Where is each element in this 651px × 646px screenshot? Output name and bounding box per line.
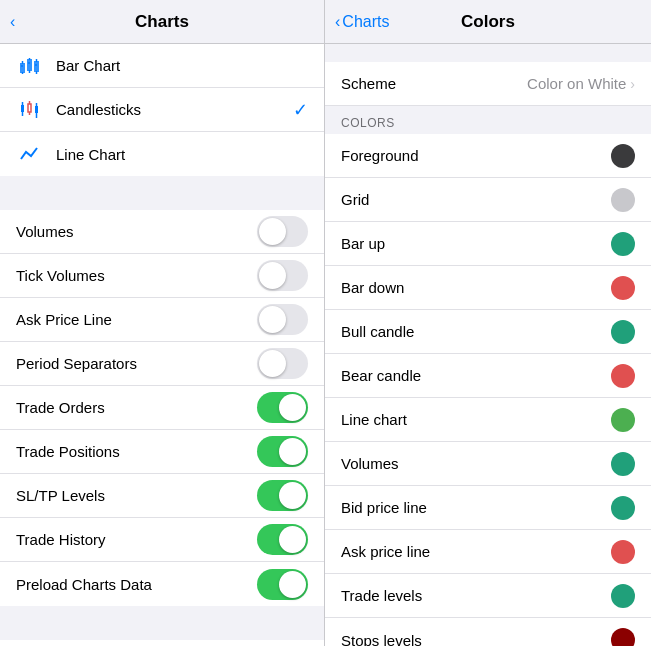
right-panel: ‹ Charts Colors Scheme Color on White › … (325, 0, 651, 646)
scheme-group: Scheme Color on White › (325, 62, 651, 106)
line-chart-dot (611, 408, 635, 432)
tick-volumes-item: Tick Volumes (0, 254, 324, 298)
trade-levels-label: Trade levels (341, 587, 611, 604)
ask-price-line-toggle[interactable] (257, 304, 308, 335)
stops-levels-dot (611, 628, 635, 646)
scheme-row[interactable]: Scheme Color on White › (325, 62, 651, 106)
ohlc-item: OHLC (0, 640, 324, 646)
volumes-toggle[interactable] (257, 216, 308, 247)
svg-rect-19 (35, 106, 38, 113)
candlesticks-item[interactable]: Candlesticks ✓ (0, 88, 324, 132)
trade-history-toggle[interactable] (257, 524, 308, 555)
left-title: Charts (135, 12, 189, 32)
sl-tp-levels-knob (279, 482, 306, 509)
volumes-color-label: Volumes (341, 455, 611, 472)
line-chart-icon (16, 140, 44, 168)
right-title: Colors (461, 12, 515, 32)
line-chart-label: Line Chart (56, 146, 308, 163)
foreground-row[interactable]: Foreground (325, 134, 651, 178)
trade-history-item: Trade History (0, 518, 324, 562)
preload-charts-toggle[interactable] (257, 569, 308, 600)
tick-volumes-toggle[interactable] (257, 260, 308, 291)
chart-types-group: Bar Chart Cand (0, 44, 324, 176)
tick-volumes-knob (259, 262, 286, 289)
trade-history-knob (279, 526, 306, 553)
line-chart-color-label: Line chart (341, 411, 611, 428)
bull-candle-dot (611, 320, 635, 344)
trade-orders-toggle[interactable] (257, 392, 308, 423)
period-separators-toggle[interactable] (257, 348, 308, 379)
ask-price-line-dot (611, 540, 635, 564)
right-separator-top (325, 44, 651, 62)
svg-rect-4 (28, 60, 31, 70)
volumes-row[interactable]: Volumes (325, 442, 651, 486)
preload-charts-item: Preload Charts Data (0, 562, 324, 606)
svg-rect-0 (21, 64, 24, 72)
separator-2 (0, 606, 324, 640)
volumes-label: Volumes (16, 223, 257, 240)
scheme-chevron-icon: › (630, 76, 635, 92)
svg-rect-13 (21, 105, 24, 112)
trade-positions-toggle[interactable] (257, 436, 308, 467)
left-header: ‹ Charts (0, 0, 324, 44)
bar-up-dot (611, 232, 635, 256)
right-back-button[interactable]: ‹ Charts (335, 13, 389, 31)
ask-price-line-row[interactable]: Ask price line (325, 530, 651, 574)
bar-up-row[interactable]: Bar up (325, 222, 651, 266)
period-separators-label: Period Separators (16, 355, 257, 372)
trade-levels-row[interactable]: Trade levels (325, 574, 651, 618)
left-scroll: Bar Chart Cand (0, 44, 324, 646)
trade-history-label: Trade History (16, 531, 257, 548)
preload-charts-knob (279, 571, 306, 598)
bull-candle-label: Bull candle (341, 323, 611, 340)
bear-candle-row[interactable]: Bear candle (325, 354, 651, 398)
bear-candle-dot (611, 364, 635, 388)
candlestick-icon (16, 96, 44, 124)
bar-down-row[interactable]: Bar down (325, 266, 651, 310)
right-back-chevron-icon: ‹ (335, 13, 340, 31)
ask-price-line-label: Ask Price Line (16, 311, 257, 328)
left-back-button[interactable]: ‹ (10, 13, 15, 31)
bear-candle-label: Bear candle (341, 367, 611, 384)
bar-chart-icon (16, 52, 44, 80)
ask-price-line-knob (259, 306, 286, 333)
stops-levels-row[interactable]: Stops levels (325, 618, 651, 646)
period-separators-item: Period Separators (0, 342, 324, 386)
candlesticks-label: Candlesticks (56, 101, 293, 118)
bid-price-line-row[interactable]: Bid price line (325, 486, 651, 530)
grid-row[interactable]: Grid (325, 178, 651, 222)
left-back-chevron: ‹ (10, 13, 15, 31)
trade-positions-item: Trade Positions (0, 430, 324, 474)
foreground-dot (611, 144, 635, 168)
tick-volumes-label: Tick Volumes (16, 267, 257, 284)
line-chart-row[interactable]: Line chart (325, 398, 651, 442)
colors-section-label: COLORS (325, 106, 651, 134)
right-header: ‹ Charts Colors (325, 0, 651, 44)
bar-chart-item[interactable]: Bar Chart (0, 44, 324, 88)
colors-group: Foreground Grid Bar up Bar down Bull can… (325, 134, 651, 646)
scheme-value: Color on White (527, 75, 626, 92)
bar-up-label: Bar up (341, 235, 611, 252)
grid-label: Grid (341, 191, 611, 208)
sl-tp-levels-label: SL/TP Levels (16, 487, 257, 504)
trade-orders-label: Trade Orders (16, 399, 257, 416)
toggles-group-1: Volumes Tick Volumes Ask Price Line Peri… (0, 210, 324, 606)
bar-chart-label: Bar Chart (56, 57, 308, 74)
trade-levels-dot (611, 584, 635, 608)
stops-levels-label: Stops levels (341, 632, 611, 647)
separator-1 (0, 176, 324, 210)
left-panel: ‹ Charts (0, 0, 325, 646)
grid-dot (611, 188, 635, 212)
sl-tp-levels-item: SL/TP Levels (0, 474, 324, 518)
line-chart-item[interactable]: Line Chart (0, 132, 324, 176)
trade-orders-knob (279, 394, 306, 421)
trade-positions-label: Trade Positions (16, 443, 257, 460)
sl-tp-levels-toggle[interactable] (257, 480, 308, 511)
toggles-group-2: OHLC Data Window One Click Trading Tradi… (0, 640, 324, 646)
bull-candle-row[interactable]: Bull candle (325, 310, 651, 354)
scheme-label: Scheme (341, 75, 527, 92)
preload-charts-label: Preload Charts Data (16, 576, 257, 593)
bar-down-dot (611, 276, 635, 300)
bar-down-label: Bar down (341, 279, 611, 296)
trade-orders-item: Trade Orders (0, 386, 324, 430)
